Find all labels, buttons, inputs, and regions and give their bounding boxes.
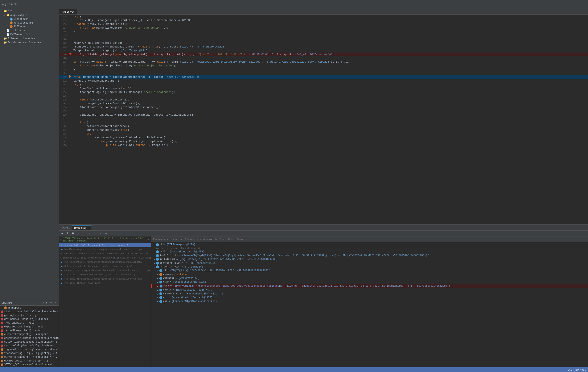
structure-item-8[interactable]: setContextClassLoader(ClassLoader): void	[0, 340, 59, 344]
var-item-12[interactable]: ▶refSet= {HashSet@1353} size =...	[151, 288, 588, 292]
var-item-6[interactable]: ▶target (slot_5)= {Target@1345}	[151, 265, 588, 269]
frame-item-0[interactable]: ▶serviceCall:180, Transport (sun.rmi.tra…	[59, 243, 151, 247]
frame-item-3[interactable]: ▶lambda$run$0:688, TCPTransport$Connecti…	[59, 256, 151, 260]
code-editor[interactable]: 164try {165 id = ObjID.read(call.getInpu…	[59, 15, 588, 225]
member-icon	[1, 352, 3, 355]
structure-item-10[interactable]: logLevel: int = LogStream.parseLevel(...…	[0, 348, 59, 351]
structure-item-2[interactable]: getChannel(Endpoint): Channel	[0, 317, 59, 321]
structure-item-7[interactable]: checkAcceptPermission(AccessControlConte…	[0, 336, 59, 340]
close-structure-btn[interactable]: ✕	[54, 301, 57, 305]
expand-icon: ▶	[153, 258, 156, 261]
structure-item-6[interactable]: currentTransport(): Transport	[0, 332, 59, 336]
sidebar-item-RemoteObjImpl[interactable]: CRemoteObjImpl	[0, 21, 59, 25]
var-item-10[interactable]: ▶disp= {UnicastServerRef@1351}	[151, 280, 588, 284]
code-text: target.getAccessControlContext();	[73, 102, 588, 105]
code-text: }	[73, 68, 588, 72]
sidebar-item-External-Libraries[interactable]: 📁External Libraries	[0, 37, 59, 41]
debug-tab-rmiserver[interactable]: RMIServer ✕	[72, 225, 92, 230]
code-line-180: 180final Dispatcher disp = target.getDis…	[59, 75, 588, 79]
frame-item-1[interactable]: ▶handleMessages:573, TCPTransport (sun.r…	[59, 247, 151, 252]
var-item-7[interactable]: ▶id= {ObjID@1349} "[-7e207fa2:18bd125158…	[151, 269, 588, 273]
member-icon	[1, 318, 3, 320]
step-into-btn[interactable]: ↓	[82, 231, 86, 236]
var-value: = {$Proxy0@1352} "Proxy[IRemoteObj,Remot…	[170, 285, 453, 288]
debug-eval-input[interactable]	[153, 238, 586, 241]
var-item-13[interactable]: ▶sequenceTable= {Hashtable@1354} size = …	[151, 292, 588, 296]
var-item-15[interactable]: ▶ccl= {LauncherSAppClassLoader@1263}	[151, 300, 588, 303]
var-item-9[interactable]: ▶weakImpl= {WeakRef@1350}	[151, 276, 588, 280]
structure-item-13[interactable]: dgcID: ObjID = new ObjID(...)	[0, 359, 59, 363]
sort-by-type-btn[interactable]: ⇅	[45, 301, 49, 305]
stop-btn[interactable]: ⏹	[71, 231, 75, 236]
frame-label: run:624, ThreadPoolExecutor$Worker (java…	[64, 278, 143, 280]
expand-icon: ▶	[156, 293, 159, 295]
var-item-14[interactable]: ▶acc= {AccessControlContext@1355}	[151, 296, 588, 300]
step-out-btn[interactable]: ↑	[87, 231, 92, 236]
member-label: transportLog: Log = Log.getLog(...)	[4, 352, 57, 355]
member-icon	[1, 310, 3, 313]
settings-btn[interactable]: ⚙	[49, 301, 53, 305]
sidebar-item-IRemoteObj[interactable]: IIRemoteObj	[0, 17, 59, 21]
var-item-8[interactable]: ▶permanent= false	[151, 273, 588, 276]
structure-item-5[interactable]: targetUnexported(): void	[0, 329, 59, 332]
structure-item-9[interactable]: serviceCall(RemoteCall): boolean	[0, 344, 59, 348]
debug-toolbar: ▶ ⏸ ⏹ ↷ ↓ ↑ ⤵ ⚙ ⋯	[59, 231, 588, 237]
more-btn[interactable]: ⋯	[104, 231, 108, 236]
frame-item-6[interactable]: ▶run:687, TCPTransport$ConnectionHandler…	[59, 269, 151, 273]
sidebar-item-gitignore[interactable]: 📄.gitignore	[0, 29, 59, 32]
structure-item-0[interactable]: static class initializer Permissions per…	[0, 310, 59, 314]
settings-debug-btn[interactable]: ⚙	[98, 231, 103, 236]
frame-label: run:1149, ThreadPoolExecutor (java.util.…	[64, 273, 135, 276]
code-text: setContextClassLoader(ccl);	[73, 124, 588, 128]
filter-btn[interactable]: ▽	[147, 238, 150, 241]
structure-item-12[interactable]: currentTransport: ThreadLocal = n...	[0, 355, 59, 359]
sidebar-item-RMIServer-iml[interactable]: 📄RMIServer.iml	[0, 32, 59, 37]
var-item-3[interactable]: ▶impl (slot_2)= {RemoteObjImpl@1344} "Re…	[151, 254, 588, 258]
structure-item-14[interactable]: SETCCL_ACC: AccessControlContext	[0, 363, 59, 367]
sidebar-item-src[interactable]: ▾📁src	[0, 9, 59, 13]
member-label: dgcID: ObjID = new ObjID(...)	[4, 359, 48, 362]
member-icon	[1, 363, 3, 366]
var-item-11[interactable]: ▶stub= {$Proxy0@1352} "Proxy[IRemoteObj,…	[151, 284, 588, 288]
line-number: 178	[59, 68, 68, 72]
line-number: 172	[59, 45, 68, 49]
frame-item-5[interactable]: ▶doPrivileged:-1, AccessController (java…	[59, 264, 151, 269]
frame-item-4[interactable]: ▶run:2121248554, TCPTransport$Connection…	[59, 260, 151, 264]
var-name: target (slot_5)	[160, 265, 181, 268]
sidebar-item-RMIServer[interactable]: CRMIServer	[0, 25, 59, 29]
sidebar-item-org-example[interactable]: ▾📁org.example	[0, 13, 59, 17]
code-text: ClassLoader savedCcl = Thread.currentThr…	[73, 113, 588, 117]
var-item-0[interactable]: ▶this{TCPTransport@1228}	[151, 243, 588, 247]
structure-item-3[interactable]: free(Endpoint): void	[0, 321, 59, 325]
frame-item-2[interactable]: ▶run0:834, TCPTransport$ConnectionHandle…	[59, 252, 151, 256]
debug-frames-list[interactable]: ▶serviceCall:180, Transport (sun.rmi.tra…	[59, 243, 151, 367]
var-item-1[interactable]: Variables debug info not available	[151, 247, 588, 250]
frame-item-7[interactable]: ▶run:1149, ThreadPoolExecutor (java.util…	[59, 273, 151, 277]
tab-rmiserver[interactable]: RMIServer	[59, 9, 77, 14]
debug-tab-close[interactable]: ✕	[88, 227, 89, 229]
resume-btn[interactable]: ▶	[60, 231, 64, 236]
code-line-166: 166} catch (java.io.IOException e) {	[59, 22, 588, 26]
code-line-198: 198 public Void run() throws IOException…	[59, 143, 588, 147]
structure-item-4[interactable]: exportObject(Target): void	[0, 325, 59, 329]
run-to-cursor-btn[interactable]: ⤵	[93, 231, 97, 236]
var-item-2[interactable]: ▶call= {StreamRemoteCall@1339}	[151, 250, 588, 254]
pause-btn[interactable]: ⏸	[66, 231, 70, 236]
debug-tab-debug[interactable]: Debug:	[60, 225, 72, 230]
breakpoint-icon[interactable]	[69, 52, 72, 55]
code-text: java.security.AccessController.doPrivile…	[73, 136, 588, 140]
debug-vars-list[interactable]: ▶this{TCPTransport@1228}Variables debug …	[151, 242, 588, 367]
var-item-4[interactable]: ▶id (slot_3)= {ObjID@1341} "[-7e207fa2:1…	[151, 258, 588, 261]
line-number: 170	[59, 37, 68, 41]
sort-alphabetically-btn[interactable]: ⟳	[41, 301, 44, 305]
execution-point-icon	[69, 75, 72, 78]
structure-class-root[interactable]: ▾CTransport	[0, 306, 59, 310]
frame-item-8[interactable]: ▶run:624, ThreadPoolExecutor$Worker (jav…	[59, 277, 151, 281]
structure-item-11[interactable]: transportLog: Log = Log.getLog(...)	[0, 351, 59, 355]
frame-item-9[interactable]: ▶run:750, Thread (java.lang)	[59, 281, 151, 285]
structure-item-1[interactable]: getLogLevel(): String	[0, 314, 59, 317]
sidebar-item-Scratches[interactable]: 📁Scratches and Consoles	[0, 41, 59, 45]
var-type-icon	[159, 273, 162, 276]
step-over-btn[interactable]: ↷	[76, 231, 81, 236]
var-item-5[interactable]: ▶transport (slot_4)= {TCPTransport@1228}	[151, 261, 588, 265]
